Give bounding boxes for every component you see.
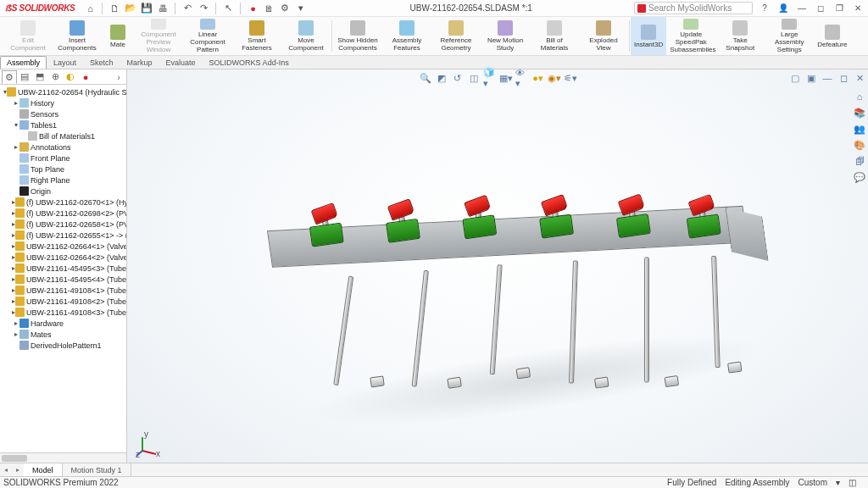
cm-tab-sketch[interactable]: Sketch <box>83 56 120 69</box>
minimize-icon[interactable]: — <box>795 2 809 15</box>
ribbon-take-snapshot[interactable]: Take Snapshot <box>715 17 765 55</box>
cm-tab-layout[interactable]: Layout <box>47 56 83 69</box>
tree-node[interactable]: ▸UBW-21161-45495<4> (Tube Clam <box>2 274 126 285</box>
home-icon[interactable]: ⌂ <box>83 2 97 15</box>
select-icon[interactable]: ↖ <box>221 2 235 15</box>
tree-node[interactable]: ▸UBW-21161-49108<1> (Tube Clam <box>2 285 126 296</box>
property-tab-icon[interactable]: ▤ <box>17 70 32 84</box>
tree-node[interactable]: ▸Annotations <box>2 141 126 152</box>
rebuild-icon[interactable]: ● <box>246 2 259 15</box>
restore-icon[interactable]: ❐ <box>832 2 846 15</box>
display-style-icon[interactable]: ▦▾ <box>499 71 513 85</box>
expand-tree-icon[interactable]: › <box>111 70 126 84</box>
ribbon-linear-component-pattern[interactable]: Linear Component Pattern <box>183 17 232 55</box>
ribbon-move-component[interactable]: Move Component <box>281 17 331 55</box>
tree-node[interactable]: Top Plane <box>2 164 126 175</box>
ribbon-update-speedpak-subassemblies[interactable]: Update SpeedPak Subassemblies <box>666 17 715 55</box>
tree-node[interactable]: ▸History <box>2 97 126 108</box>
appearance-icon[interactable]: ●▾ <box>531 71 545 85</box>
twisty-icon[interactable]: ▸ <box>12 330 19 338</box>
hide-show-icon[interactable]: 👁▾ <box>515 71 529 85</box>
undo-icon[interactable]: ↶ <box>181 2 194 15</box>
tree-node[interactable]: ▸(f) UBW-21162-02658<1> (PVHO I <box>2 219 126 230</box>
tree-node[interactable]: ▸(f) UBW-21162-02698<2> (PVHO I <box>2 208 126 219</box>
ribbon-large-assembly-settings[interactable]: Large Assembly Settings <box>765 17 814 55</box>
horizontal-scrollbar[interactable] <box>0 452 126 463</box>
taskpane-forum-icon[interactable]: 💬 <box>853 170 866 184</box>
ribbon-bill-of-materials[interactable]: Bill of Materials <box>530 17 579 55</box>
ribbon-instant3d[interactable]: Instant3D <box>631 17 666 55</box>
twisty-icon[interactable]: ▾ <box>12 121 19 129</box>
tree-node[interactable]: ▸(f) UBW-21162-02655<1> -> (Hyd <box>2 230 126 241</box>
ribbon-assembly-features[interactable]: Assembly Features <box>382 17 431 55</box>
tree-node[interactable]: Front Plane <box>2 152 126 164</box>
view-orient-icon[interactable]: 🧊▾ <box>483 71 497 85</box>
redo-icon[interactable]: ↷ <box>197 2 210 15</box>
dimxpert-tab-icon[interactable]: ⊕ <box>47 70 63 84</box>
save-icon[interactable]: 💾 <box>140 2 153 15</box>
tree-node[interactable]: Origin <box>2 186 126 197</box>
appearance-tab-icon[interactable]: ● <box>78 70 93 84</box>
ribbon-new-motion-study[interactable]: New Motion Study <box>481 17 530 55</box>
prev-view-icon[interactable]: ↺ <box>451 71 465 85</box>
print-icon[interactable]: 🖶 <box>156 2 170 15</box>
tree-node[interactable]: DerivedHolePattern1 <box>2 340 126 351</box>
status-dropdown-icon[interactable]: ▾ <box>836 478 840 487</box>
tab-next-icon[interactable]: ▸ <box>12 463 24 476</box>
taskpane-res-icon[interactable]: 📚 <box>853 106 866 119</box>
tree-root[interactable]: ▾ UBW-21162-02654 (Hydraulic Shut Off <box>2 86 126 97</box>
config-tab-icon[interactable]: ⬒ <box>32 70 47 84</box>
taskpane-design-icon[interactable]: 👥 <box>853 122 866 136</box>
cm-tab-assembly[interactable]: Assembly <box>0 56 47 69</box>
taskpane-view-icon[interactable]: 🎨 <box>853 138 866 152</box>
status-custom[interactable]: Custom <box>798 478 827 487</box>
ribbon-exploded-view[interactable]: Exploded View <box>579 17 628 55</box>
tree-node[interactable]: ▸UBW-21161-49108<2> (Tube Clam <box>2 296 126 307</box>
tree-node[interactable]: ▸UBW-21161-45495<3> (Tube Clam <box>2 263 126 274</box>
ribbon-defeature[interactable]: Defeature <box>814 17 850 55</box>
tree-node[interactable]: Bill of Materials1 <box>2 130 126 141</box>
login-icon[interactable]: 👤 <box>776 2 790 15</box>
tree-node[interactable]: ▸UBW-21162-02664<2> (Valve Brac <box>2 252 126 263</box>
feature-tree[interactable]: ▾ UBW-21162-02654 (Hydraulic Shut Off ▸H… <box>0 85 126 452</box>
tree-node[interactable]: ▸(f) UBW-21162-02670<1> (Hydrau <box>2 197 126 208</box>
maximize-icon[interactable]: ◻ <box>814 2 827 15</box>
zoom-area-icon[interactable]: ◩ <box>435 71 448 85</box>
view-settings-icon[interactable]: ⚟▾ <box>564 71 577 85</box>
tree-node[interactable]: ▾Tables1 <box>2 119 126 130</box>
tab-model[interactable]: Model <box>24 463 63 476</box>
open-icon[interactable]: 📂 <box>124 2 137 15</box>
tree-node[interactable]: ▸UBW-21161-49108<3> (Tube Clam <box>2 307 126 318</box>
taskpane-prop-icon[interactable]: 🗐 <box>853 154 866 168</box>
ribbon-show-hidden-components[interactable]: Show Hidden Components <box>333 17 382 55</box>
tree-node[interactable]: ▸Mates <box>2 329 126 340</box>
display-tab-icon[interactable]: ◐ <box>63 70 78 84</box>
options-icon[interactable]: 🗎 <box>262 2 275 15</box>
ribbon-smart-fasteners[interactable]: Smart Fasteners <box>232 17 281 55</box>
ribbon-insert-components[interactable]: Insert Components <box>53 17 102 55</box>
vp-box1-icon[interactable]: ▢ <box>788 71 802 85</box>
search-input[interactable]: Search MySolidWorks <box>634 2 753 14</box>
tab-prev-icon[interactable]: ◂ <box>0 463 12 476</box>
tree-node[interactable]: Right Plane <box>2 175 126 186</box>
cm-tab-solidworks-add-ins[interactable]: SOLIDWORKS Add-Ins <box>203 56 296 69</box>
tab-motion-study[interactable]: Motion Study 1 <box>63 463 131 476</box>
vp-box2-icon[interactable]: ▣ <box>804 71 818 85</box>
taskpane-home-icon[interactable]: ⌂ <box>853 90 866 103</box>
tree-node[interactable]: ▸Hardware <box>2 318 126 329</box>
vp-max-icon[interactable]: ◻ <box>837 71 850 85</box>
orientation-triad[interactable]: y x z <box>136 432 161 458</box>
cm-tab-evaluate[interactable]: Evaluate <box>159 56 203 69</box>
status-grid-icon[interactable]: ◫ <box>849 478 856 487</box>
ribbon-reference-geometry[interactable]: Reference Geometry <box>431 17 481 55</box>
tree-node[interactable]: Sensors <box>2 108 126 119</box>
more-icon[interactable]: ▾ <box>294 2 308 15</box>
graphics-viewport[interactable]: 🔍 ◩ ↺ ◫ 🧊▾ ▦▾ 👁▾ ●▾ ◉▾ ⚟▾ ▢ ▣ — ◻ ✕ ⌂ 📚 … <box>127 69 868 476</box>
settings-icon[interactable]: ⚙ <box>278 2 292 15</box>
twisty-icon[interactable]: ▸ <box>12 319 19 327</box>
vp-min-icon[interactable]: — <box>821 71 834 85</box>
close-icon[interactable]: ✕ <box>851 2 865 15</box>
scene-icon[interactable]: ◉▾ <box>548 71 561 85</box>
ribbon-mate[interactable]: Mate <box>102 17 134 55</box>
section-icon[interactable]: ◫ <box>467 71 481 85</box>
